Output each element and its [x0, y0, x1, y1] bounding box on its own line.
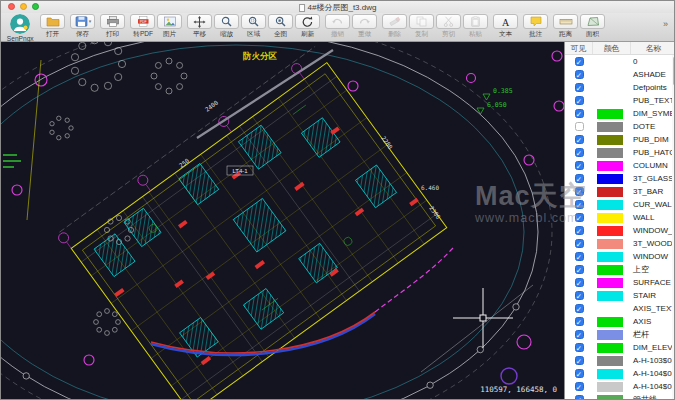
layer-row[interactable]: ✓DIM_ELEV — [565, 341, 675, 354]
layer-color-swatch[interactable] — [597, 109, 623, 119]
layer-row[interactable]: ✓栏杆 — [565, 328, 675, 341]
layer-color-swatch[interactable] — [597, 395, 623, 400]
layer-row[interactable]: ✓CUR_WALL — [565, 198, 675, 211]
layer-color-swatch[interactable] — [597, 70, 623, 80]
layer-visibility-checkbox[interactable]: ✓ — [575, 148, 584, 157]
toolbar-button-text[interactable]: A — [493, 14, 518, 29]
layer-visibility-checkbox[interactable] — [575, 122, 584, 131]
layer-color-swatch[interactable] — [597, 356, 623, 366]
layer-color-swatch[interactable] — [597, 369, 623, 379]
layer-color-swatch[interactable] — [597, 135, 623, 145]
layer-visibility-checkbox[interactable]: ✓ — [575, 304, 584, 313]
layer-color-swatch[interactable] — [597, 174, 623, 184]
layer-visibility-checkbox[interactable]: ✓ — [575, 369, 584, 378]
layer-visibility-checkbox[interactable]: ✓ — [575, 265, 584, 274]
layer-visibility-checkbox[interactable]: ✓ — [575, 330, 584, 339]
layer-color-swatch[interactable] — [597, 317, 623, 327]
layer-color-swatch[interactable] — [597, 382, 623, 392]
layer-row[interactable]: ✓SURFACE — [565, 276, 675, 289]
layer-color-swatch[interactable] — [597, 213, 623, 223]
layer-visibility-checkbox[interactable]: ✓ — [575, 382, 584, 391]
toolbar-button-zoom[interactable] — [214, 14, 239, 29]
layer-color-swatch[interactable] — [597, 265, 623, 275]
layer-color-swatch[interactable] — [597, 148, 623, 158]
toolbar-button-distance[interactable] — [553, 14, 578, 29]
toolbar-button-save[interactable]: ▾ — [70, 14, 95, 29]
layer-color-swatch[interactable] — [597, 343, 623, 353]
layer-visibility-checkbox[interactable]: ✓ — [575, 317, 584, 326]
toolbar-button-pdf[interactable]: PDF — [130, 14, 155, 29]
layer-color-swatch[interactable] — [597, 122, 623, 132]
toolbar-button-image[interactable] — [157, 14, 182, 29]
toolbar-button-region[interactable] — [241, 14, 266, 29]
layer-visibility-checkbox[interactable]: ✓ — [575, 226, 584, 235]
toolbar-button-open[interactable] — [40, 14, 65, 29]
toolbar-button-fit[interactable] — [268, 14, 293, 29]
layer-color-swatch[interactable] — [597, 161, 623, 171]
layer-color-swatch[interactable] — [597, 252, 623, 262]
layer-color-swatch[interactable] — [597, 57, 623, 67]
layer-color-swatch[interactable] — [597, 96, 623, 106]
layer-visibility-checkbox[interactable]: ✓ — [575, 395, 584, 400]
layer-visibility-checkbox[interactable]: ✓ — [575, 174, 584, 183]
toolbar-button-area[interactable] — [580, 14, 605, 29]
close-button[interactable] — [8, 3, 15, 10]
layer-row[interactable]: ✓WINDOW_TE... — [565, 224, 675, 237]
user-account[interactable]: SenPngx — [5, 14, 35, 44]
layer-row[interactable]: ✓管井线 — [565, 393, 675, 400]
layer-visibility-checkbox[interactable]: ✓ — [575, 200, 584, 209]
layer-row[interactable]: ✓DIM_SYMB — [565, 107, 675, 120]
layer-color-swatch[interactable] — [597, 187, 623, 197]
layer-color-swatch[interactable] — [597, 239, 623, 249]
layer-color-swatch[interactable] — [597, 304, 623, 314]
layer-row[interactable]: ✓3T_BAR — [565, 185, 675, 198]
layer-row[interactable]: ✓WINDOW — [565, 250, 675, 263]
layer-visibility-checkbox[interactable]: ✓ — [575, 161, 584, 170]
layer-color-swatch[interactable] — [597, 278, 623, 288]
toolbar-button-pan[interactable] — [187, 14, 212, 29]
toolbar-button-note[interactable] — [523, 14, 548, 29]
layer-color-swatch[interactable] — [597, 83, 623, 93]
layer-row[interactable]: ✓PUB_TEXT — [565, 94, 675, 107]
layer-visibility-checkbox[interactable]: ✓ — [575, 96, 584, 105]
layer-row[interactable]: ✓Defpoints — [565, 81, 675, 94]
toolbar-button-print[interactable] — [100, 14, 125, 29]
toolbar-button-refresh[interactable] — [295, 14, 320, 29]
layer-visibility-checkbox[interactable]: ✓ — [575, 356, 584, 365]
layer-color-swatch[interactable] — [597, 330, 623, 340]
layer-row[interactable]: ✓ASHADE — [565, 68, 675, 81]
layer-visibility-checkbox[interactable]: ✓ — [575, 291, 584, 300]
drawing-canvas[interactable]: 0.385 6.050 防火分区 LT4-1 2400250228023006.… — [1, 42, 564, 400]
layer-row[interactable]: ✓AXIS_TEXT — [565, 302, 675, 315]
layer-row[interactable]: DOTE — [565, 120, 675, 133]
layer-visibility-checkbox[interactable]: ✓ — [575, 278, 584, 287]
layer-row[interactable]: ✓STAIR — [565, 289, 675, 302]
layer-visibility-checkbox[interactable]: ✓ — [575, 187, 584, 196]
layer-visibility-checkbox[interactable]: ✓ — [575, 83, 584, 92]
layer-visibility-checkbox[interactable]: ✓ — [575, 70, 584, 79]
minimize-button[interactable] — [20, 3, 27, 10]
toolbar-overflow-button[interactable]: » — [663, 19, 668, 29]
layer-visibility-checkbox[interactable]: ✓ — [575, 213, 584, 222]
layer-row[interactable]: ✓PUB_HATCH — [565, 146, 675, 159]
layer-row[interactable]: ✓3T_GLASS — [565, 172, 675, 185]
layer-row[interactable]: ✓上空 — [565, 263, 675, 276]
layer-row[interactable]: ✓PUB_DIM — [565, 133, 675, 146]
layer-row[interactable]: ✓3T_WOOD — [565, 237, 675, 250]
layer-color-swatch[interactable] — [597, 291, 623, 301]
layer-row[interactable]: ✓COLUMN — [565, 159, 675, 172]
layer-row[interactable]: ✓A-H-104$0$... — [565, 380, 675, 393]
layer-visibility-checkbox[interactable]: ✓ — [575, 109, 584, 118]
layer-row[interactable]: ✓A-H-103$0$... — [565, 354, 675, 367]
layer-row[interactable]: ✓0 — [565, 55, 675, 68]
layer-visibility-checkbox[interactable]: ✓ — [575, 57, 584, 66]
fullscreen-button[interactable] — [32, 3, 39, 10]
layer-row[interactable]: ✓WALL — [565, 211, 675, 224]
layer-color-swatch[interactable] — [597, 226, 623, 236]
layer-visibility-checkbox[interactable]: ✓ — [575, 343, 584, 352]
layer-visibility-checkbox[interactable]: ✓ — [575, 239, 584, 248]
layer-row[interactable]: ✓AXIS — [565, 315, 675, 328]
layer-visibility-checkbox[interactable]: ✓ — [575, 135, 584, 144]
layer-row[interactable]: ✓A-H-104$0$... — [565, 367, 675, 380]
layer-color-swatch[interactable] — [597, 200, 623, 210]
